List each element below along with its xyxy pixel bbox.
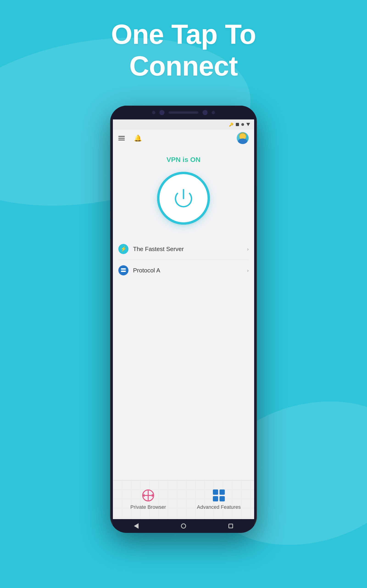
bottom-tab-bar: Private Browser Advanced Features (113, 480, 254, 519)
power-button-container (157, 172, 210, 225)
sensor-dot-2 (212, 111, 215, 114)
side-button-power (257, 186, 257, 202)
lightning-bolt-icon: ⚡ (120, 246, 127, 252)
fastest-server-item[interactable]: ⚡ The Fastest Server › (118, 238, 249, 260)
side-button-silent (110, 218, 110, 239)
speaker-bar (169, 111, 198, 114)
protocol-chevron-icon: › (247, 268, 249, 273)
protocol-item[interactable]: Protocol A › (118, 260, 249, 281)
phone-mockup: 🔑 🔔 (110, 106, 257, 561)
power-toggle-button[interactable] (157, 172, 210, 225)
protocol-icon-wrap (118, 265, 128, 275)
hamburger-menu-button[interactable] (118, 136, 125, 140)
avatar[interactable] (237, 132, 249, 144)
private-browser-label: Private Browser (130, 504, 166, 510)
vpn-status-area: VPN is ON ⚡ The Fastest Server › (113, 147, 254, 480)
tab-advanced-features[interactable]: Advanced Features (184, 480, 254, 519)
signal-icon (246, 123, 250, 126)
avatar-body (238, 138, 247, 144)
globe-oval (143, 493, 153, 498)
menu-items-list: ⚡ The Fastest Server › Prot (113, 238, 254, 281)
vpn-key-icon: 🔑 (229, 122, 234, 127)
side-button-volume-up (110, 170, 110, 183)
status-dot-icon (241, 123, 244, 126)
notifications-bell-icon[interactable]: 🔔 (134, 134, 142, 142)
tab-private-browser[interactable]: Private Browser (113, 480, 184, 519)
server-label: The Fastest Server (133, 246, 184, 253)
phone-frame: 🔑 🔔 (110, 106, 257, 533)
server-stack-icon (121, 268, 126, 272)
phone-top-sensors (110, 106, 257, 120)
status-square-icon (236, 123, 239, 126)
camera-sensor (159, 110, 165, 115)
phone-nav-bar (113, 519, 254, 533)
grid-icon (213, 489, 225, 502)
server-chevron-icon: › (247, 246, 249, 252)
advanced-features-label: Advanced Features (197, 504, 241, 510)
front-camera (202, 110, 208, 115)
hero-title-line1: One Tap To (0, 18, 367, 50)
back-nav-button[interactable] (134, 523, 139, 529)
home-nav-button[interactable] (181, 523, 186, 528)
status-bar: 🔑 (113, 120, 254, 130)
power-symbol-icon (174, 189, 193, 208)
sensor-dot-1 (152, 111, 155, 114)
hero-title-line2: Connect (0, 50, 367, 82)
phone-screen: 🔑 🔔 (113, 120, 254, 519)
lightning-icon-wrap: ⚡ (118, 244, 128, 254)
recent-nav-button[interactable] (228, 524, 233, 528)
globe-icon (142, 489, 154, 502)
side-button-volume-down (110, 191, 110, 211)
hero-title: One Tap To Connect (0, 18, 367, 82)
app-header: 🔔 (113, 130, 254, 147)
protocol-label: Protocol A (133, 267, 160, 274)
vpn-status-text: VPN is ON (167, 156, 200, 164)
